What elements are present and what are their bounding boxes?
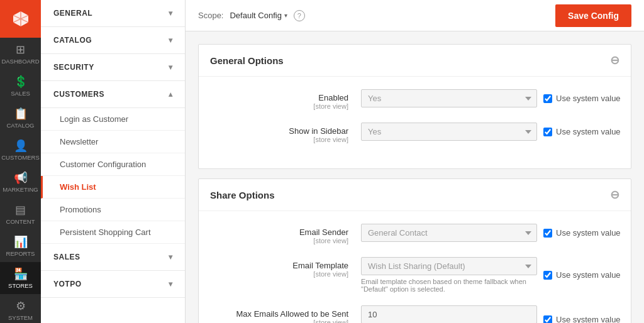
scope-label: Scope: <box>198 11 223 20</box>
show-in-sidebar-system-value: Use system value <box>543 127 621 136</box>
email-sender-control-wrap: General Contact Use system value <box>361 224 621 242</box>
dashboard-icon: ⊞ <box>16 44 25 55</box>
email-template-label-main: Email Template <box>210 261 348 270</box>
email-template-control-wrap: Wish List Sharing (Default) Email templa… <box>361 257 621 293</box>
sidebar-item-stores-label: STORES <box>8 282 33 289</box>
chevron-up-icon: ▴ <box>169 90 173 99</box>
nav-section-sales[interactable]: SALES ▾ <box>41 244 185 271</box>
chevron-down-icon: ▾ <box>169 280 173 288</box>
chevron-down-icon: ▾ <box>284 12 287 19</box>
top-bar: Scope: Default Config ▾ ? Save Config <box>186 0 644 31</box>
share-options-header[interactable]: Share Options ⊖ <box>199 179 631 211</box>
general-options-body: Enabled [store view] Yes No Use system v… <box>199 77 631 168</box>
nav-section-general-label: GENERAL <box>53 9 92 18</box>
nav-item-wish-list[interactable]: Wish List <box>41 176 185 199</box>
enabled-select[interactable]: Yes No <box>361 89 537 107</box>
sidebar-item-dashboard[interactable]: ⊞ DASHBOARD <box>0 38 41 70</box>
share-options-title: Share Options <box>210 190 275 200</box>
nav-panel: GENERAL ▾ CATALOG ▾ SECURITY ▾ CUSTOMERS… <box>41 0 186 323</box>
general-options-title: General Options <box>210 55 284 66</box>
content-area: Scope: Default Config ▾ ? Save Config Ge… <box>186 0 644 323</box>
catalog-icon: 📋 <box>14 108 28 119</box>
left-sidebar: ⊞ DASHBOARD 💲 SALES 📋 CATALOG 👤 CUSTOMER… <box>0 0 41 323</box>
email-sender-select[interactable]: General Contact <box>361 224 537 242</box>
nav-item-newsletter[interactable]: Newsletter <box>41 131 185 153</box>
form-row-show-in-sidebar: Show in Sidebar [store view] Yes No Use … <box>210 123 619 143</box>
sidebar-item-content[interactable]: ▤ CONTENT <box>0 198 41 230</box>
form-row-enabled: Enabled [store view] Yes No Use system v… <box>210 89 619 110</box>
form-row-email-template: Email Template [store view] Wish List Sh… <box>210 257 619 293</box>
nav-section-yotpo-label: YOTPO <box>53 280 82 288</box>
nav-item-login-as-customer[interactable]: Login as Customer <box>41 108 185 131</box>
enabled-system-label: Use system value <box>556 94 621 103</box>
content-icon: ▤ <box>15 204 26 216</box>
enabled-system-checkbox[interactable] <box>543 94 552 103</box>
show-in-sidebar-select[interactable]: Yes No <box>361 123 537 141</box>
form-row-email-sender: Email Sender [store view] General Contac… <box>210 224 619 244</box>
share-options-body: Email Sender [store view] General Contac… <box>199 211 631 323</box>
show-in-sidebar-system-label: Use system value <box>556 127 621 136</box>
nav-section-customers-label: CUSTOMERS <box>53 90 104 99</box>
email-template-system-checkbox[interactable] <box>543 271 552 280</box>
max-emails-system-value: Use system value <box>543 315 621 323</box>
show-in-sidebar-system-checkbox[interactable] <box>543 128 552 136</box>
sidebar-item-marketing[interactable]: 📢 MARKETING <box>0 166 41 198</box>
customers-icon: 👤 <box>14 140 28 151</box>
nav-section-security-label: SECURITY <box>53 63 94 72</box>
sidebar-item-content-label: CONTENT <box>6 218 35 225</box>
max-emails-system-label: Use system value <box>556 315 621 323</box>
help-icon[interactable]: ? <box>294 10 305 21</box>
scope-selector[interactable]: Default Config ▾ <box>230 11 287 20</box>
show-in-sidebar-label-sub: [store view] <box>210 136 348 143</box>
email-template-label: Email Template [store view] <box>210 257 348 278</box>
max-emails-label-main: Max Emails Allowed to be Sent <box>210 309 348 319</box>
chevron-down-icon: ▾ <box>169 9 173 18</box>
nav-section-sales-label: SALES <box>53 253 80 261</box>
system-icon: ⚙ <box>16 300 26 312</box>
general-options-header[interactable]: General Options ⊖ <box>199 45 631 77</box>
sidebar-item-sales[interactable]: 💲 SALES <box>0 70 41 102</box>
email-template-note: Email template chosen based on theme fal… <box>361 278 537 293</box>
nav-section-security[interactable]: SECURITY ▾ <box>41 54 185 81</box>
marketing-icon: 📢 <box>14 172 28 183</box>
save-config-button[interactable]: Save Config <box>555 4 631 27</box>
nav-section-catalog[interactable]: CATALOG ▾ <box>41 27 185 54</box>
show-in-sidebar-control-wrap: Yes No Use system value <box>361 123 621 141</box>
max-emails-col: 10 by default. Max - 10000 <box>361 305 537 323</box>
nav-item-persistent-shopping-cart[interactable]: Persistent Shopping Cart <box>41 221 185 244</box>
email-template-col: Wish List Sharing (Default) Email templa… <box>361 257 537 293</box>
chevron-down-icon: ▾ <box>169 36 173 45</box>
nav-item-promotions[interactable]: Promotions <box>41 199 185 221</box>
max-emails-input[interactable] <box>361 305 537 323</box>
email-sender-label: Email Sender [store view] <box>210 224 348 244</box>
sidebar-item-catalog[interactable]: 📋 CATALOG <box>0 102 41 134</box>
sidebar-item-customers-label: CUSTOMERS <box>1 154 40 161</box>
chevron-down-icon: ▾ <box>169 63 173 72</box>
nav-section-customers-items: Login as Customer Newsletter Customer Co… <box>41 108 185 244</box>
sidebar-item-customers[interactable]: 👤 CUSTOMERS <box>0 134 41 166</box>
enabled-label-sub: [store view] <box>210 102 348 110</box>
email-sender-system-label: Use system value <box>556 228 621 238</box>
nav-section-yotpo[interactable]: YOTPO ▾ <box>41 271 185 298</box>
sidebar-item-system[interactable]: ⚙ SYSTEM <box>0 294 41 323</box>
sidebar-item-marketing-label: MARKETING <box>3 186 38 193</box>
nav-item-customer-configuration[interactable]: Customer Configuration <box>41 153 185 176</box>
email-template-system-value: Use system value <box>543 270 621 280</box>
nav-section-general[interactable]: GENERAL ▾ <box>41 0 185 27</box>
nav-section-customers[interactable]: CUSTOMERS ▴ <box>41 81 185 108</box>
max-emails-system-checkbox[interactable] <box>543 315 552 324</box>
email-template-select[interactable]: Wish List Sharing (Default) <box>361 257 537 275</box>
sidebar-item-reports-label: REPORTS <box>6 250 35 257</box>
sidebar-item-catalog-label: CATALOG <box>7 122 35 129</box>
max-emails-control-wrap: 10 by default. Max - 10000 Use system va… <box>361 305 621 323</box>
email-sender-system-checkbox[interactable] <box>543 229 552 238</box>
logo[interactable] <box>0 0 41 38</box>
stores-icon: 🏪 <box>14 268 28 280</box>
show-in-sidebar-label: Show in Sidebar [store view] <box>210 123 348 143</box>
share-options-section: Share Options ⊖ Email Sender [store view… <box>198 178 631 323</box>
sales-icon: 💲 <box>14 76 28 87</box>
email-sender-label-sub: [store view] <box>210 237 348 244</box>
sidebar-item-stores[interactable]: 🏪 STORES <box>0 262 41 294</box>
enabled-label: Enabled [store view] <box>210 89 348 110</box>
sidebar-item-reports[interactable]: 📊 REPORTS <box>0 230 41 262</box>
